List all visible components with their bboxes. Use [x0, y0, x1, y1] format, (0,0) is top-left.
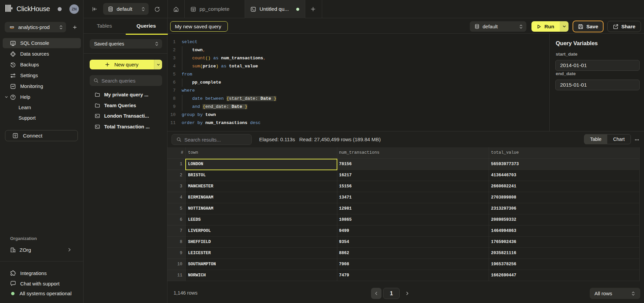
svg-text:aws: aws [10, 26, 14, 28]
